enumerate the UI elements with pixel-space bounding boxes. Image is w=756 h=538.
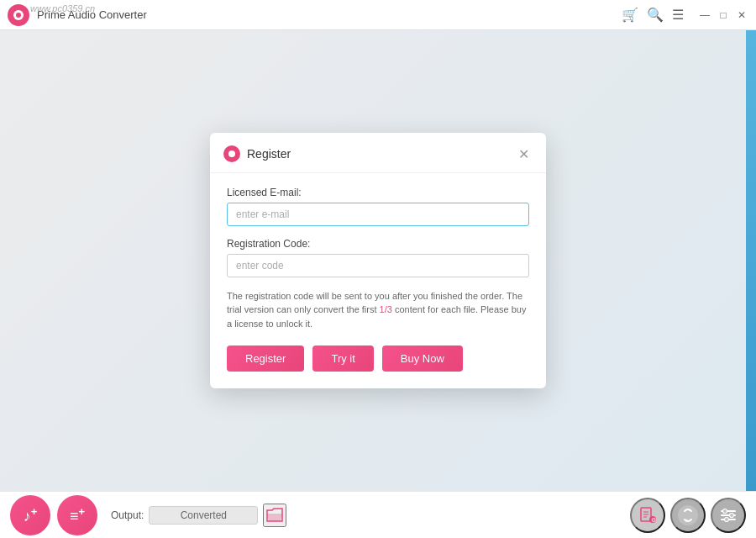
svg-point-2 <box>16 13 21 18</box>
maximize-button[interactable]: □ <box>716 8 731 23</box>
output-value: Converted <box>149 506 258 525</box>
music-note-icon: ♪+ <box>24 505 38 525</box>
dialog-title: Register <box>247 147 508 161</box>
menu-icon[interactable]: ☰ <box>672 7 684 23</box>
watermark: www.pc0359.cn <box>30 3 95 13</box>
file-convert-icon: ⚙ <box>638 506 657 525</box>
add-list-button[interactable]: ≡+ <box>57 495 97 535</box>
main-area: Register ✕ Licensed E-mail: Registration… <box>0 30 756 538</box>
dialog-body: Licensed E-mail: Registration Code: The … <box>210 173 546 389</box>
email-label: Licensed E-mail: <box>227 187 529 198</box>
window-controls: — □ ✕ <box>697 8 749 23</box>
cart-icon[interactable]: 🛒 <box>622 7 638 23</box>
dialog-actions: Register Try it Buy Now <box>227 345 529 372</box>
settings-button[interactable] <box>711 498 746 533</box>
list-plus-icon: ≡+ <box>70 505 85 525</box>
buynow-button[interactable]: Buy Now <box>382 345 463 372</box>
modal-overlay: Register ✕ Licensed E-mail: Registration… <box>0 30 756 491</box>
bottom-bar: ♪+ ≡+ Output: Converted ⚙ <box>0 491 756 538</box>
code-group: Registration Code: <box>227 238 529 277</box>
bottom-right-icons: ⚙ <box>630 498 746 533</box>
register-dialog: Register ✕ Licensed E-mail: Registration… <box>210 133 546 389</box>
note-highlight: 1/3 <box>380 304 392 314</box>
svg-text:⚙: ⚙ <box>651 517 656 523</box>
title-bar: Prime Audio Converter www.pc0359.cn 🛒 🔍 … <box>0 0 756 30</box>
email-input[interactable] <box>227 203 529 226</box>
folder-icon <box>265 508 284 523</box>
app-logo <box>7 3 30 27</box>
svg-point-15 <box>725 517 729 521</box>
convert-circle-icon <box>677 504 699 526</box>
dialog-header: Register ✕ <box>210 133 546 173</box>
svg-point-9 <box>678 505 698 525</box>
dialog-close-button[interactable]: ✕ <box>515 145 533 164</box>
open-folder-button[interactable] <box>263 504 286 527</box>
settings-list-icon <box>719 506 738 525</box>
register-button[interactable]: Register <box>227 345 304 372</box>
svg-point-13 <box>723 509 727 513</box>
code-label: Registration Code: <box>227 238 529 250</box>
tryit-button[interactable]: Try it <box>312 345 373 372</box>
output-section: Output: Converted <box>111 504 623 527</box>
output-label: Output: <box>111 509 144 521</box>
search-icon[interactable]: 🔍 <box>647 7 664 23</box>
close-button[interactable]: ✕ <box>734 8 749 23</box>
add-music-button[interactable]: ♪+ <box>10 495 50 535</box>
registration-note: The registration code will be sent to yo… <box>227 289 529 331</box>
title-bar-controls: 🛒 🔍 ☰ — □ ✕ <box>622 7 749 23</box>
convert-button[interactable] <box>670 498 706 533</box>
svg-point-14 <box>730 513 734 517</box>
email-group: Licensed E-mail: <box>227 187 529 226</box>
dialog-logo-icon <box>223 145 240 162</box>
file-convert-icon-btn[interactable]: ⚙ <box>630 498 665 533</box>
code-input[interactable] <box>227 254 529 277</box>
minimize-button[interactable]: — <box>697 8 712 23</box>
